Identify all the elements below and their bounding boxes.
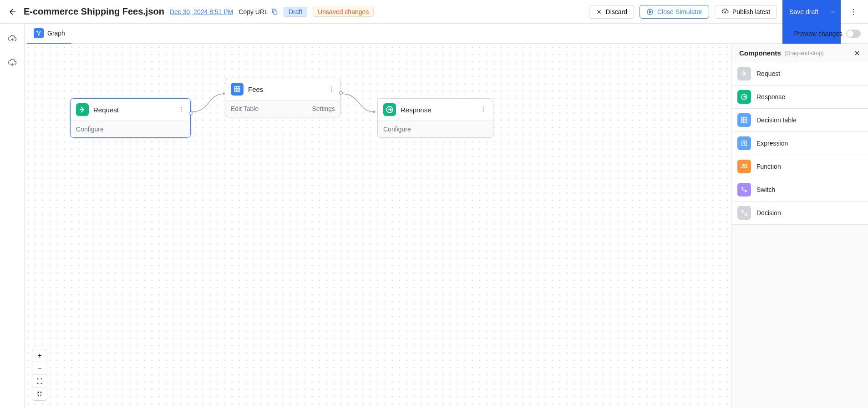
more-menu-button[interactable]: [846, 5, 861, 19]
svg-point-4: [853, 14, 854, 15]
svg-point-16: [331, 91, 332, 92]
components-panel: Components (Drag-and-drop) Request Respo…: [731, 44, 868, 408]
components-close-button[interactable]: [853, 50, 861, 57]
svg-point-2: [853, 9, 854, 10]
close-icon: [853, 50, 861, 57]
svg-point-20: [483, 111, 484, 112]
svg-point-11: [181, 109, 182, 110]
svg-point-12: [181, 111, 182, 112]
request-icon: [76, 103, 89, 116]
node-response-configure[interactable]: Configure: [383, 126, 411, 133]
component-response[interactable]: Response: [732, 86, 868, 109]
rail-download-icon[interactable]: [6, 56, 19, 69]
svg-point-26: [745, 214, 747, 216]
component-function[interactable]: JS Function: [732, 155, 868, 178]
decision-icon: [737, 206, 751, 220]
svg-rect-13: [234, 86, 240, 92]
publish-button[interactable]: Publish latest: [715, 5, 777, 19]
svg-rect-0: [274, 11, 277, 14]
copy-url-button[interactable]: Copy URL: [239, 8, 278, 15]
node-fees-edit[interactable]: Edit Table: [231, 105, 259, 112]
back-button[interactable]: [7, 6, 18, 17]
svg-point-15: [331, 89, 332, 90]
svg-point-19: [483, 109, 484, 110]
unsaved-badge: Unsaved changes: [313, 7, 374, 17]
switch-icon: [737, 183, 751, 196]
chevron-down-icon: [830, 9, 836, 15]
component-request[interactable]: Request: [732, 62, 868, 86]
component-switch[interactable]: Switch: [732, 178, 868, 201]
copy-url-label: Copy URL: [239, 8, 268, 15]
component-expression[interactable]: Expression: [732, 132, 868, 155]
collapse-view-button[interactable]: [32, 388, 47, 400]
svg-rect-23: [741, 117, 747, 123]
node-fees[interactable]: Fees Edit Table Settings: [225, 78, 341, 117]
last-modified-link[interactable]: Dec 30, 2024 8:51 PM: [170, 8, 233, 15]
expression-icon: [737, 136, 751, 150]
close-icon: [596, 9, 602, 15]
draft-badge: Draft: [284, 7, 307, 17]
response-icon: [737, 90, 751, 104]
decision-table-icon: [737, 113, 751, 127]
zoom-controls: + −: [32, 349, 47, 401]
request-icon: [737, 67, 751, 81]
page-title: E-commerce Shipping Fees.json: [24, 6, 164, 17]
svg-point-3: [853, 11, 854, 12]
svg-point-14: [331, 86, 332, 87]
node-fees-settings[interactable]: Settings: [312, 105, 335, 112]
node-request-more[interactable]: [178, 106, 185, 113]
svg-point-10: [181, 107, 182, 108]
node-response[interactable]: Response Configure: [377, 98, 493, 138]
component-decision-table[interactable]: Decision table: [732, 109, 868, 132]
more-vertical-icon: [849, 8, 858, 16]
graph-icon: [34, 28, 44, 38]
node-fees-more[interactable]: [328, 86, 335, 93]
fit-view-button[interactable]: [32, 375, 47, 388]
node-response-more[interactable]: [480, 106, 487, 113]
copy-icon: [271, 8, 278, 15]
function-icon: JS: [737, 160, 751, 173]
discard-button[interactable]: Discard: [589, 5, 634, 19]
play-circle-icon: [646, 8, 654, 15]
preview-toggle[interactable]: [846, 30, 861, 38]
zoom-in-button[interactable]: +: [32, 349, 47, 362]
tab-graph[interactable]: Graph: [27, 24, 71, 44]
svg-marker-9: [373, 111, 376, 113]
components-title: Components: [739, 49, 781, 57]
node-request[interactable]: Request Configure: [70, 98, 191, 138]
rail-upload-icon[interactable]: [6, 33, 19, 45]
svg-point-7: [38, 34, 39, 35]
svg-point-18: [483, 107, 484, 108]
upload-cloud-icon: [721, 8, 729, 15]
preview-toggle-label: Preview changes: [794, 30, 843, 37]
svg-point-25: [741, 210, 743, 212]
response-icon: [383, 103, 396, 116]
node-request-configure[interactable]: Configure: [76, 126, 104, 133]
components-hint: (Drag-and-drop): [785, 50, 824, 56]
zoom-out-button[interactable]: −: [32, 362, 47, 375]
decision-table-icon: [231, 83, 244, 96]
close-simulator-button[interactable]: Close Simulator: [640, 5, 709, 19]
component-decision[interactable]: Decision: [732, 201, 868, 225]
